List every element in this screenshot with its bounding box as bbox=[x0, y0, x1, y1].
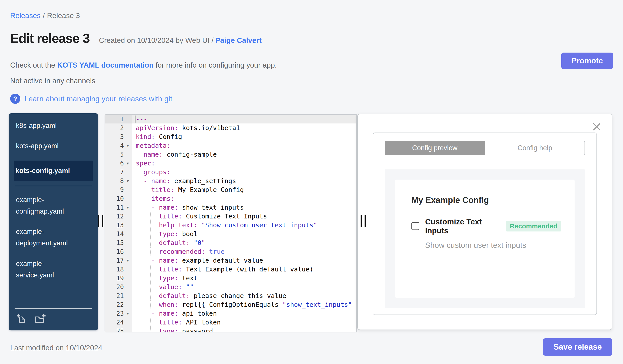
channel-status: Not active in any channels bbox=[10, 77, 95, 85]
title-row: Edit release 3 Created on 10/10/2024 by … bbox=[10, 31, 262, 46]
gutter-line-20: 20 bbox=[105, 283, 132, 291]
doc-suffix: for more info on configuring your app. bbox=[156, 61, 277, 69]
indent-guide bbox=[150, 327, 151, 332]
gutter-line-13: 13 bbox=[105, 221, 132, 229]
add-file-button[interactable] bbox=[16, 314, 26, 324]
file-item-example-service.yaml[interactable]: example-service.yaml bbox=[15, 258, 86, 281]
code-line-23[interactable]: 23▾ - name: api_token bbox=[105, 309, 356, 318]
created-info: Created on 10/10/2024 by Web UI /Paige C… bbox=[99, 36, 262, 45]
close-icon bbox=[593, 122, 601, 131]
code-line-18[interactable]: 18 title: Text Example (with default val… bbox=[105, 265, 356, 274]
fold-arrow-icon[interactable]: ▾ bbox=[124, 143, 132, 148]
file-tree-actions bbox=[15, 309, 92, 325]
kots-yaml-doc-link[interactable]: KOTS YAML documentation bbox=[57, 61, 154, 69]
indent-guide bbox=[150, 229, 151, 238]
gutter-line-9: 9 bbox=[105, 185, 132, 194]
config-item-label: Customize Text Inputs bbox=[425, 217, 499, 235]
config-preview-card: Config preview Config help My Example Co… bbox=[373, 133, 597, 315]
close-panel-button[interactable] bbox=[591, 121, 602, 132]
fold-arrow-icon[interactable]: ▾ bbox=[124, 161, 132, 166]
gutter-line-21: 21 bbox=[105, 291, 132, 300]
file-tree-sidebar: k8s-app.yamlkots-app.yamlkots-config.yam… bbox=[9, 113, 98, 330]
gutter-line-14: 14 bbox=[105, 229, 132, 238]
code-line-2[interactable]: 2apiVersion: kots.io/v1beta1 bbox=[105, 123, 356, 132]
fold-arrow-icon[interactable]: ▾ bbox=[124, 205, 132, 210]
pane-resize-handle-left[interactable] bbox=[98, 215, 103, 227]
code-line-14[interactable]: 14 type: bool bbox=[105, 229, 356, 238]
doc-prefix: Check out the bbox=[10, 61, 55, 69]
code-line-9[interactable]: 9 title: My Example Config bbox=[105, 185, 356, 194]
add-folder-button[interactable] bbox=[35, 314, 46, 324]
config-preview-area: My Example Config Customize Text Inputs … bbox=[385, 169, 585, 308]
code-line-25[interactable]: 25 type: password bbox=[105, 327, 356, 332]
code-line-19[interactable]: 19 type: text bbox=[105, 274, 356, 283]
breadcrumb-separator: / bbox=[43, 12, 45, 20]
gutter-line-23: 23▾ bbox=[105, 309, 132, 318]
gutter-line-16: 16 bbox=[105, 247, 132, 256]
tab-config-help[interactable]: Config help bbox=[485, 141, 585, 155]
indent-guide bbox=[150, 265, 151, 274]
gutter-line-22: 22 bbox=[105, 300, 132, 309]
gutter-line-8: 8▾ bbox=[105, 177, 132, 185]
yaml-code-editor[interactable]: 1---2apiVersion: kots.io/v1beta13kind: C… bbox=[105, 114, 356, 332]
code-line-4[interactable]: 4▾metadata: bbox=[105, 141, 356, 150]
code-line-6[interactable]: 6▾spec: bbox=[105, 159, 356, 168]
config-item-row: Customize Text Inputs Recommended bbox=[411, 217, 561, 235]
file-item-k8s-app.yaml[interactable]: k8s-app.yaml bbox=[15, 120, 86, 131]
gutter-line-10: 10 bbox=[105, 194, 132, 203]
code-line-20[interactable]: 20 value: "" bbox=[105, 283, 356, 291]
indent-guide bbox=[150, 212, 151, 221]
code-line-5[interactable]: 5 name: config-sample bbox=[105, 150, 356, 159]
indent-guide bbox=[150, 283, 151, 291]
recommended-badge: Recommended bbox=[506, 221, 561, 231]
code-line-15[interactable]: 15 default: "0" bbox=[105, 238, 356, 247]
gutter-line-24: 24 bbox=[105, 318, 132, 327]
code-line-22[interactable]: 22 when: repl{{ ConfigOptionEquals "show… bbox=[105, 300, 356, 309]
help-circle-icon: ? bbox=[10, 94, 20, 104]
indent-guide bbox=[150, 291, 151, 300]
file-list-other: example-configmap.yamlexample-deployment… bbox=[15, 194, 92, 290]
edit-release-page: Releases/Release 3 Edit release 3 Create… bbox=[0, 0, 623, 364]
code-line-17[interactable]: 17▾ - name: example_default_value bbox=[105, 256, 356, 265]
code-line-10[interactable]: 10 items: bbox=[105, 194, 356, 203]
fold-arrow-icon[interactable]: ▾ bbox=[124, 311, 132, 316]
customize-text-inputs-checkbox[interactable] bbox=[411, 222, 419, 230]
code-line-8[interactable]: 8▾ - name: example_settings bbox=[105, 177, 356, 185]
git-help-line: ? Learn about managing your releases wit… bbox=[10, 94, 172, 104]
git-releases-link[interactable]: Learn about managing your releases with … bbox=[24, 95, 172, 103]
file-item-example-deployment.yaml[interactable]: example-deployment.yaml bbox=[15, 226, 86, 249]
file-list-main: k8s-app.yamlkots-app.yamlkots-config.yam… bbox=[15, 120, 92, 181]
pane-resize-handle-right[interactable] bbox=[361, 215, 366, 227]
gutter-line-18: 18 bbox=[105, 265, 132, 274]
gutter-line-4: 4▾ bbox=[105, 141, 132, 150]
code-line-21[interactable]: 21 default: please change this value bbox=[105, 291, 356, 300]
fold-arrow-icon[interactable]: ▾ bbox=[124, 179, 132, 183]
code-line-7[interactable]: 7 groups: bbox=[105, 168, 356, 177]
created-author-link[interactable]: Paige Calvert bbox=[215, 36, 262, 44]
fold-arrow-icon[interactable]: ▾ bbox=[124, 258, 132, 263]
code-line-16[interactable]: 16 recommended: true bbox=[105, 247, 356, 256]
promote-button[interactable]: Promote bbox=[561, 53, 613, 69]
code-line-12[interactable]: 12 title: Customize Text Inputs bbox=[105, 212, 356, 221]
code-line-3[interactable]: 3kind: Config bbox=[105, 132, 356, 141]
save-release-button[interactable]: Save release bbox=[543, 338, 612, 356]
indent-guide bbox=[150, 300, 151, 309]
file-item-example-configmap.yaml[interactable]: example-configmap.yaml bbox=[15, 194, 86, 217]
config-tabs: Config preview Config help bbox=[385, 141, 585, 155]
code-line-13[interactable]: 13 help_text: "Show custom user text inp… bbox=[105, 221, 356, 229]
code-line-11[interactable]: 11▾ - name: show_text_inputs bbox=[105, 203, 356, 212]
tab-config-preview[interactable]: Config preview bbox=[385, 141, 485, 155]
code-line-24[interactable]: 24 title: API token bbox=[105, 318, 356, 327]
config-preview-panel: Config preview Config help My Example Co… bbox=[357, 114, 612, 330]
gutter-line-5: 5 bbox=[105, 150, 132, 159]
config-group-title: My Example Config bbox=[411, 196, 561, 205]
gutter-line-7: 7 bbox=[105, 168, 132, 177]
file-item-kots-config.yaml[interactable]: kots-config.yaml bbox=[14, 161, 93, 181]
code-line-1[interactable]: 1--- bbox=[105, 115, 356, 123]
gutter-line-1: 1 bbox=[105, 115, 132, 123]
breadcrumb-releases-link[interactable]: Releases bbox=[10, 12, 41, 20]
created-text: Created on 10/10/2024 by Web UI / bbox=[99, 36, 214, 44]
indent-guide bbox=[150, 221, 151, 229]
text-cursor bbox=[135, 116, 135, 122]
file-item-kots-app.yaml[interactable]: kots-app.yaml bbox=[15, 140, 86, 152]
